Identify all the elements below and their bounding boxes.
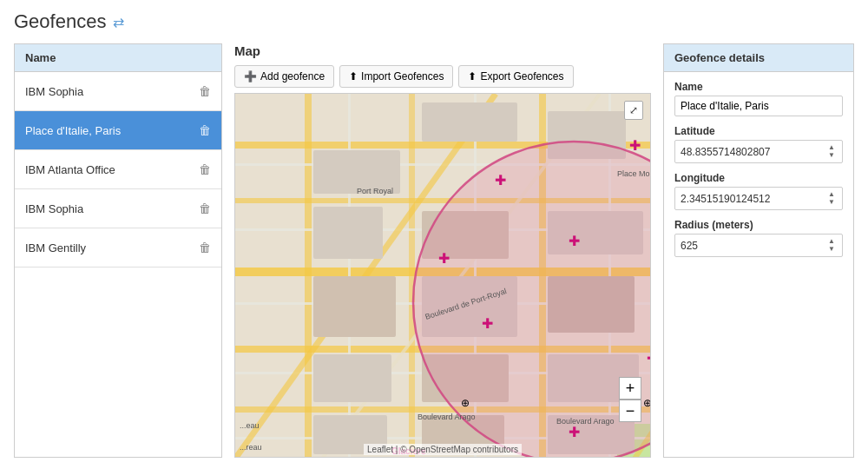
radius-down[interactable]: ▼ — [826, 246, 837, 253]
export-icon: ⬆ — [468, 70, 477, 83]
longitude-down[interactable]: ▼ — [826, 199, 837, 206]
svg-text:...eau: ...eau — [240, 421, 260, 430]
svg-rect-38 — [313, 354, 391, 402]
geofence-details-panel: Geofence details Name Latitude 48.835571… — [663, 43, 854, 458]
svg-rect-34 — [313, 276, 396, 337]
sidebar-header: Name — [15, 44, 221, 72]
sidebar-item-label: IBM Gentilly — [25, 241, 86, 254]
svg-text:Boulevard Arago: Boulevard Arago — [556, 417, 615, 426]
sidebar-item-label: Place d'Italie, Paris — [25, 124, 121, 137]
svg-text:Boulevard Arago: Boulevard Arago — [418, 413, 476, 421]
geofence-list: Name IBM Sophia 🗑 Place d'Italie, Paris … — [14, 43, 222, 458]
sidebar-item[interactable]: IBM Atlanta Office 🗑 — [15, 150, 221, 189]
svg-rect-9 — [409, 94, 415, 457]
radius-value: 625 — [681, 240, 698, 252]
zoom-out-button[interactable]: − — [619, 400, 641, 422]
plus-icon: ➕ — [244, 70, 257, 83]
radius-up[interactable]: ▲ — [826, 238, 837, 245]
svg-rect-8 — [305, 94, 312, 457]
latitude-value: 48.8355714802807 — [681, 146, 770, 158]
name-label: Name — [674, 81, 843, 93]
map-attribution: Leaflet | © OpenStreetMap contributors — [364, 444, 522, 455]
sidebar-item[interactable]: IBM Gentilly 🗑 — [15, 228, 221, 268]
name-input[interactable] — [674, 96, 843, 116]
map-container[interactable]: ✚ ✚ ✚ ✚ ✚ ✚ ✚ ✚ ✚ ⊕ ⊕ Port Royal Bouleva… — [234, 93, 651, 458]
latitude-down[interactable]: ▼ — [826, 152, 837, 159]
svg-text:✚: ✚ — [569, 234, 580, 248]
longitude-up[interactable]: ▲ — [826, 191, 837, 198]
latitude-label: Latitude — [674, 125, 843, 137]
radius-label: Radius (meters) — [674, 219, 843, 231]
longitude-label: Longitude — [674, 172, 843, 184]
svg-text:✚: ✚ — [629, 138, 641, 153]
map-area: Map ➕ Add geofence ⬆ Import Geofences ⬆ … — [234, 43, 651, 458]
import-geofences-button[interactable]: ⬆ Import Geofences — [339, 65, 453, 88]
delete-icon[interactable]: 🗑 — [199, 162, 211, 176]
svg-text:Port Royal: Port Royal — [357, 187, 393, 195]
zoom-in-button[interactable]: + — [619, 377, 641, 400]
svg-text:⊕: ⊕ — [461, 397, 470, 409]
export-geofences-button[interactable]: ⬆ Export Geofences — [458, 65, 573, 88]
fullscreen-button[interactable]: ⤢ — [624, 101, 643, 120]
map-header: Map — [234, 43, 651, 58]
longitude-field: 2.34515190124512 ▲ ▼ — [674, 187, 843, 210]
details-header: Geofence details — [664, 44, 853, 72]
page-title: Geofences ⇄ — [14, 10, 854, 33]
sidebar-item-label: IBM Sophia — [25, 85, 83, 98]
delete-icon[interactable]: 🗑 — [199, 201, 211, 215]
svg-text:✚: ✚ — [495, 173, 506, 188]
delete-icon[interactable]: 🗑 — [199, 241, 211, 254]
svg-text:✚: ✚ — [569, 425, 580, 439]
longitude-spinner[interactable]: ▲ ▼ — [826, 191, 837, 206]
latitude-spinner[interactable]: ▲ ▼ — [826, 144, 837, 159]
svg-text:✚: ✚ — [647, 351, 651, 366]
delete-icon[interactable]: 🗑 — [199, 84, 211, 98]
sidebar-item[interactable]: IBM Sophia 🗑 — [15, 72, 221, 111]
add-geofence-button[interactable]: ➕ Add geofence — [234, 65, 334, 88]
svg-rect-18 — [348, 94, 351, 457]
svg-text:Place Monge: Place Monge — [617, 169, 650, 178]
longitude-value: 2.34515190124512 — [681, 193, 770, 205]
sidebar-item-label: IBM Atlanta Office — [25, 163, 115, 176]
map-toolbar: ➕ Add geofence ⬆ Import Geofences ⬆ Expo… — [234, 65, 651, 88]
zoom-controls: + − — [619, 377, 641, 422]
latitude-up[interactable]: ▲ — [826, 144, 837, 151]
latitude-field: 48.8355714802807 ▲ ▼ — [674, 140, 843, 163]
svg-text:⊕: ⊕ — [643, 397, 650, 409]
svg-text:✚: ✚ — [438, 251, 450, 266]
radius-field: 625 ▲ ▼ — [674, 234, 843, 257]
sidebar-item[interactable]: IBM Sophia 🗑 — [15, 189, 221, 228]
svg-rect-27 — [422, 102, 517, 142]
import-icon: ⬆ — [349, 70, 358, 83]
radius-spinner[interactable]: ▲ ▼ — [826, 238, 837, 253]
sidebar-item[interactable]: Place d'Italie, Paris 🗑 — [15, 111, 221, 150]
refresh-icon[interactable]: ⇄ — [113, 14, 124, 30]
svg-text:...reau: ...reau — [240, 443, 262, 452]
delete-icon[interactable]: 🗑 — [199, 123, 211, 137]
svg-text:✚: ✚ — [482, 316, 493, 331]
sidebar-item-label: IBM Sophia — [25, 202, 83, 215]
svg-rect-29 — [313, 207, 383, 259]
